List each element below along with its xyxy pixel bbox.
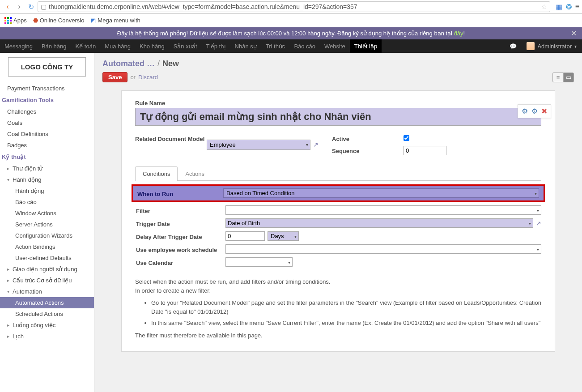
- sidebar-report[interactable]: Báo cáo: [0, 196, 94, 208]
- banner-link[interactable]: đây: [454, 30, 463, 37]
- trigger-select[interactable]: [225, 218, 533, 228]
- ext-icon-1[interactable]: ▦: [556, 3, 562, 11]
- sidebar-action-bindings[interactable]: Action Bindings: [0, 241, 94, 252]
- help-bullet-1: Go to your "Related Document Model" page…: [151, 298, 541, 316]
- when-to-run-row: When to Run ▾: [132, 184, 545, 202]
- avatar: [527, 42, 535, 50]
- ext-icon-2[interactable]: ❂: [566, 3, 572, 11]
- star-icon[interactable]: ☆: [541, 3, 547, 10]
- gear-icon-1[interactable]: ⚙: [522, 107, 528, 115]
- reload-button[interactable]: ↻: [26, 2, 36, 12]
- menu-settings[interactable]: Thiết lập: [350, 39, 382, 53]
- sidebar-goal-definitions[interactable]: Goal Definitions: [0, 128, 94, 140]
- delay-input[interactable]: [225, 231, 265, 241]
- page-icon: ▢: [41, 3, 47, 10]
- sidebar-goals[interactable]: Goals: [0, 117, 94, 128]
- menu-reports[interactable]: Báo cáo: [289, 39, 320, 53]
- menu-messaging[interactable]: Messaging: [0, 39, 37, 53]
- chat-icon[interactable]: 💬: [505, 39, 521, 53]
- forward-button[interactable]: ›: [14, 2, 24, 12]
- sidebar-db[interactable]: ▸Cấu trúc Cơ sở dữ liệu: [0, 275, 94, 286]
- related-model-select[interactable]: [207, 140, 310, 150]
- sidebar-email[interactable]: ▸Thư điện tử: [0, 163, 94, 174]
- menu-purchase[interactable]: Mua hàng: [100, 39, 135, 53]
- menu-website[interactable]: Website: [320, 39, 350, 53]
- sidebar-section-gamification: Gamification Tools: [0, 94, 94, 106]
- sidebar-badges[interactable]: Badges: [0, 140, 94, 151]
- active-checkbox[interactable]: [404, 135, 409, 141]
- save-button[interactable]: Save: [102, 72, 127, 82]
- bookmark-2[interactable]: ◩ Mega menu with: [90, 17, 140, 24]
- form-sheet: ⚙ ⚙ ✖ Rule Name Related Document Model ▾…: [121, 90, 555, 352]
- menu-knowledge[interactable]: Tri thức: [261, 39, 290, 53]
- sequence-input[interactable]: [404, 146, 446, 155]
- sidebar-server-actions[interactable]: Server Actions: [0, 219, 94, 230]
- sidebar-workflows[interactable]: ▸Luồng công việc: [0, 320, 94, 331]
- apps-grid-icon: [4, 17, 12, 24]
- work-sched-label: Use employee work schedule: [136, 245, 225, 253]
- delay-unit-select[interactable]: [268, 231, 299, 241]
- delay-label: Delay After Trigger Date: [136, 232, 225, 240]
- banner-close-icon[interactable]: ✕: [571, 29, 577, 38]
- sidebar-config-wizards[interactable]: Configuration Wizards: [0, 230, 94, 241]
- sidebar-actions-sub[interactable]: Hành động: [0, 185, 94, 196]
- menu-warehouse[interactable]: Kho hàng: [135, 39, 169, 53]
- back-button[interactable]: ‹: [3, 2, 13, 12]
- bookmark-1[interactable]: ⬣ Online Conversio: [33, 17, 85, 24]
- gear-icon-2[interactable]: ⚙: [531, 107, 538, 115]
- breadcrumb-parent[interactable]: Automated …: [102, 59, 155, 68]
- work-sched-select[interactable]: [225, 244, 541, 254]
- sidebar-automated-actions[interactable]: Automated Actions: [0, 297, 94, 308]
- url-text: thuongmaidientu.demo.erponline.vn/web/#v…: [49, 3, 357, 10]
- use-cal-label: Use Calendar: [136, 258, 225, 266]
- sidebar-user-defaults[interactable]: User-defined Defaults: [0, 252, 94, 264]
- help-line-3: The filter must therefore be available i…: [135, 331, 541, 340]
- filter-select[interactable]: [225, 205, 541, 215]
- sidebar-ui[interactable]: ▸Giao diện người sử dụng: [0, 264, 94, 275]
- view-switcher: ≡ ▭: [552, 72, 574, 82]
- sidebar-challenges[interactable]: Challenges: [0, 106, 94, 117]
- sidebar-automation[interactable]: ▾Automation: [0, 286, 94, 297]
- sidebar-actions[interactable]: ▾Hành động: [0, 174, 94, 185]
- user-menu[interactable]: Administrator ▾: [521, 42, 582, 50]
- apps-button[interactable]: Apps: [4, 17, 27, 24]
- demo-banner: Đây là hệ thống mô phỏng! Dữ liệu sẽ đượ…: [0, 27, 582, 39]
- menu-marketing[interactable]: Tiếp thị: [202, 39, 230, 53]
- browser-toolbar: ‹ › ↻ ▢ thuongmaidientu.demo.erponline.v…: [0, 0, 582, 14]
- form-view-button[interactable]: ▭: [563, 72, 574, 82]
- sidebar-window-actions[interactable]: Window Actions: [0, 208, 94, 219]
- menu-hr[interactable]: Nhân sự: [230, 39, 261, 53]
- rule-name-input[interactable]: [135, 108, 541, 126]
- sidebar-scheduled-actions[interactable]: Scheduled Actions: [0, 308, 94, 320]
- or-text: or: [130, 74, 136, 81]
- when-select[interactable]: [223, 188, 539, 198]
- external-link-icon[interactable]: ↗: [313, 141, 319, 148]
- help-line-1: Select when the action must be run, and …: [135, 277, 541, 286]
- menu-sales[interactable]: Bán hàng: [37, 39, 71, 53]
- sidebar: LOGO CÔNG TY Payment Transactions Gamifi…: [0, 53, 94, 392]
- active-label: Active: [332, 134, 404, 142]
- wrench-icon[interactable]: ✖: [541, 107, 547, 115]
- discard-link[interactable]: Discard: [138, 74, 158, 81]
- breadcrumb-current: New: [162, 59, 179, 68]
- chevron-down-icon: ▾: [574, 44, 577, 49]
- menu-icon[interactable]: ≡: [575, 3, 579, 11]
- sidebar-payment-transactions[interactable]: Payment Transactions: [0, 83, 94, 94]
- bookmark-1-label: Online Conversio: [40, 17, 85, 24]
- tab-conditions[interactable]: Conditions: [135, 166, 178, 181]
- menu-accounting[interactable]: Kế toán: [71, 39, 101, 53]
- breadcrumb-sep: /: [157, 59, 160, 68]
- use-cal-select[interactable]: [225, 257, 293, 267]
- bookmark-bar: Apps ⬣ Online Conversio ◩ Mega menu with: [0, 14, 582, 27]
- bookmark-2-icon: ◩: [90, 17, 96, 24]
- tab-actions[interactable]: Actions: [178, 166, 212, 181]
- sidebar-section-technical: Kỹ thuật: [0, 151, 94, 163]
- url-bar[interactable]: ▢ thuongmaidientu.demo.erponline.vn/web/…: [38, 1, 550, 12]
- menu-manufacturing[interactable]: Sản xuất: [169, 39, 202, 53]
- list-view-button[interactable]: ≡: [552, 72, 563, 82]
- sidebar-calendar[interactable]: ▸Lịch: [0, 331, 94, 342]
- when-label: When to Run: [137, 189, 223, 197]
- external-link-icon[interactable]: ↗: [536, 220, 541, 227]
- user-name: Administrator: [537, 43, 572, 50]
- top-menu: Messaging Bán hàng Kế toán Mua hàng Kho …: [0, 39, 582, 53]
